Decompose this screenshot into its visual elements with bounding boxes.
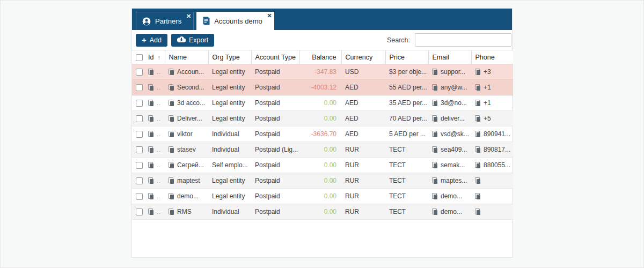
table-row[interactable]: ..demo...Legal entityPostpaid0.00RURТЕСТ… [132, 189, 513, 204]
copy-icon[interactable] [169, 100, 174, 107]
copy-icon[interactable] [148, 100, 154, 107]
column-header-name[interactable]: Name [165, 50, 208, 64]
add-button-label: Add [150, 36, 162, 44]
copy-icon[interactable] [148, 69, 154, 76]
email-text: sea409... [441, 146, 467, 153]
select-all-checkbox[interactable] [136, 54, 143, 61]
copy-icon[interactable] [169, 69, 174, 76]
cell-email: sea409... [428, 142, 471, 158]
row-checkbox[interactable] [136, 162, 143, 169]
cell-org_type: Individual [208, 204, 251, 220]
copy-icon[interactable] [432, 115, 438, 122]
search-input[interactable] [415, 33, 511, 47]
row-checkbox[interactable] [136, 84, 143, 91]
copy-icon[interactable] [148, 193, 154, 200]
row-checkbox[interactable] [136, 69, 143, 76]
table-row[interactable]: ..RMSIndividualPostpaid0.00RURТЕСТdemo..… [132, 204, 513, 220]
close-icon[interactable]: ✕ [267, 13, 272, 19]
name-text: Сегрей... [177, 161, 204, 169]
copy-icon[interactable] [432, 162, 438, 169]
row-checkbox[interactable] [136, 177, 143, 184]
copy-icon[interactable] [169, 84, 174, 91]
cell-currency: AED [341, 80, 385, 95]
copy-icon[interactable] [475, 115, 481, 122]
copy-icon[interactable] [148, 115, 154, 122]
column-header-account_type[interactable]: Account Type [251, 50, 299, 64]
column-header-check[interactable] [132, 50, 144, 64]
copy-icon[interactable] [475, 193, 481, 200]
cell-currency: RUR [341, 189, 385, 204]
copy-icon[interactable] [432, 193, 438, 200]
copy-icon[interactable] [148, 209, 154, 215]
accounts-panel: Partners ✕ Accounts demo ✕ [131, 8, 513, 258]
copy-icon[interactable] [432, 209, 438, 215]
tab-partners[interactable]: Partners ✕ [136, 12, 194, 30]
export-button[interactable]: Export [171, 34, 214, 47]
table-row[interactable]: ..stasevIndividualPostpaid (Lig...0.00RU… [132, 142, 513, 158]
name-text: viktor [177, 130, 193, 138]
column-header-id[interactable]: Id↑ [144, 50, 165, 64]
copy-icon[interactable] [148, 177, 154, 184]
copy-icon[interactable] [169, 209, 174, 215]
tab-accounts-demo[interactable]: Accounts demo ✕ [196, 12, 274, 30]
row-checkbox[interactable] [136, 209, 143, 215]
cell-email: vsd@sk... [428, 126, 471, 142]
table-row[interactable]: ..Accoun...Legal entityPostpaid-347.83US… [132, 64, 513, 80]
copy-icon[interactable] [169, 115, 174, 122]
balance-value: -4003.12 [311, 84, 336, 91]
copy-icon[interactable] [169, 131, 174, 138]
cell-id: .. [144, 189, 165, 204]
row-checkbox[interactable] [136, 193, 143, 200]
id-text: .. [157, 69, 161, 75]
copy-icon[interactable] [432, 131, 438, 138]
table-row[interactable]: ..Deliver...Legal entityPostpaid0.00AED7… [132, 111, 513, 126]
phone-text: +5 [484, 115, 491, 122]
table-row[interactable]: ..maptestLegal entityPostpaid0.00RURТЕСТ… [132, 173, 513, 189]
cell-email: maptes... [428, 173, 471, 189]
column-header-org_type[interactable]: Org Type [208, 50, 251, 64]
copy-icon[interactable] [169, 177, 174, 184]
column-header-price[interactable]: Price [385, 50, 428, 64]
cell-name: RMS [165, 204, 208, 220]
copy-icon[interactable] [475, 100, 481, 107]
column-header-balance[interactable]: Balance [299, 50, 341, 64]
table-row[interactable]: ..viktorIndividualPostpaid-3636.70AED5 A… [132, 126, 513, 142]
copy-icon[interactable] [169, 162, 174, 169]
add-button[interactable]: + Add [136, 34, 167, 47]
cell-balance: -347.83 [299, 64, 341, 80]
copy-icon[interactable] [148, 162, 154, 169]
close-icon[interactable]: ✕ [186, 13, 191, 19]
copy-icon[interactable] [432, 84, 438, 91]
copy-icon[interactable] [475, 131, 481, 138]
copy-icon[interactable] [169, 193, 174, 200]
copy-icon[interactable] [432, 146, 438, 153]
row-checkbox[interactable] [136, 100, 143, 107]
column-header-phone[interactable]: Phone [471, 50, 513, 64]
copy-icon[interactable] [169, 146, 174, 153]
column-header-email[interactable]: Email [428, 50, 471, 64]
table-row[interactable]: ..Second...Legal entityPostpaid-4003.12A… [132, 80, 513, 95]
copy-icon[interactable] [475, 177, 481, 184]
copy-icon[interactable] [148, 146, 154, 153]
table-row[interactable]: ..3d acco...Legal entityPostpaid0.00AED3… [132, 95, 513, 111]
copy-icon[interactable] [475, 69, 481, 76]
copy-icon[interactable] [475, 162, 481, 169]
copy-icon[interactable] [432, 100, 438, 107]
row-checkbox[interactable] [136, 131, 143, 138]
table-row[interactable]: ..Сегрей...Self emplo...Postpaid0.00RURТ… [132, 158, 513, 173]
column-header-currency[interactable]: Currency [341, 50, 385, 64]
cell-phone: +1 [471, 80, 513, 95]
row-checkbox[interactable] [136, 115, 143, 122]
copy-icon[interactable] [148, 84, 154, 91]
cell-id: .. [144, 111, 165, 126]
email-text: deliver... [441, 115, 465, 122]
copy-icon[interactable] [432, 69, 438, 76]
copy-icon[interactable] [432, 177, 438, 184]
row-checkbox[interactable] [136, 146, 143, 153]
copy-icon[interactable] [475, 84, 481, 91]
copy-icon[interactable] [148, 131, 154, 138]
copy-icon[interactable] [475, 146, 481, 153]
copy-icon[interactable] [475, 209, 481, 215]
cell-org_type: Individual [208, 142, 251, 158]
cell-balance: 0.00 [299, 111, 341, 126]
